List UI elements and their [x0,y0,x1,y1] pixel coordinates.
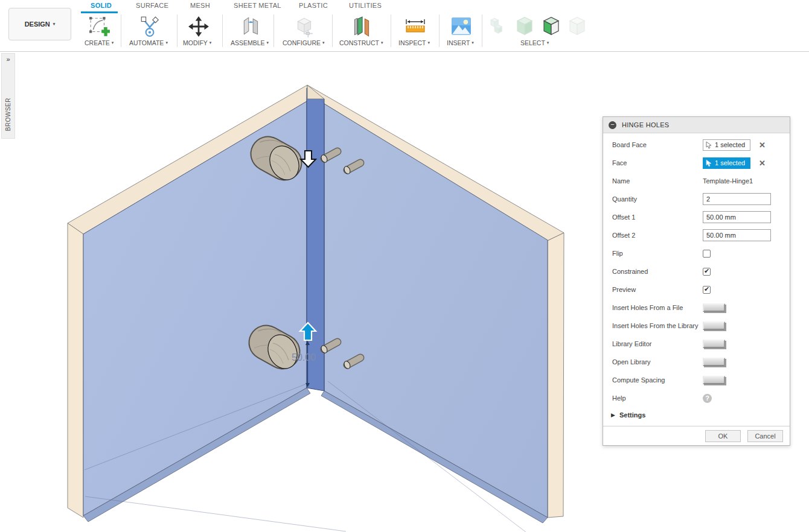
chevron-down-icon: ▾ [547,40,549,45]
design-workspace-button[interactable]: DESIGN ▾ [8,8,71,40]
constrained-checkbox[interactable] [703,268,711,276]
chevron-down-icon: ▾ [322,40,325,45]
chevron-down-icon: ▾ [112,40,114,45]
dialog-footer: OK Cancel [603,426,790,445]
flip-checkbox[interactable] [703,250,711,258]
name-row: Name Template-Hinge1 [603,172,790,190]
expand-browser-icon[interactable]: » [6,56,10,63]
chevron-down-icon: ▾ [267,40,269,45]
chevron-down-icon: ▾ [165,40,168,45]
tab-utilities[interactable]: UTILITIES [349,2,382,9]
tab-solid[interactable]: SOLID [91,2,112,9]
tab-plastic[interactable]: PLASTIC [299,2,328,9]
constrained-label: Constrained [612,268,703,275]
select-mode-faded-icon[interactable] [566,15,588,37]
face-label: Face [612,159,703,166]
toolbar-separator [273,14,274,47]
create-sketch-icon[interactable] [89,16,110,37]
collapse-dialog-icon[interactable]: − [609,121,616,129]
library-editor-row: Library Editor [603,335,790,353]
offset1-label: Offset 1 [612,214,703,221]
select-mode-active-icon[interactable] [540,15,562,37]
chevron-down-icon: ▾ [472,40,474,45]
preview-row: Preview [603,280,790,299]
board-face-row: Board Face 1 selected ✕ [603,136,790,154]
create-dropdown[interactable]: CREATE▾ [85,39,114,46]
dimension-value-label[interactable]: 50.00 [292,352,316,363]
construct-dropdown[interactable]: CONSTRUCT▾ [339,39,383,46]
pointer-icon [706,141,712,149]
configure-dropdown[interactable]: CONFIGURE▾ [283,39,325,46]
modify-move-icon[interactable] [188,16,209,37]
board-face-label: Board Face [612,141,703,148]
name-value: Template-Hinge1 [703,177,753,185]
face-selection-count: 1 selected [715,159,745,166]
offset1-input[interactable] [703,211,771,223]
clear-face-icon[interactable]: ✕ [759,159,766,168]
pointer-icon [706,159,712,167]
quantity-row: Quantity [603,190,790,208]
library-editor-button[interactable] [703,340,725,348]
insert-library-label: Insert Holes From the Library [612,322,703,329]
preview-checkbox[interactable] [703,286,711,294]
insert-dropdown[interactable]: INSERT▾ [447,39,474,46]
insert-holes-from-file-button[interactable] [703,303,725,312]
select-dropdown[interactable]: SELECT▾ [520,39,549,46]
offset2-label: Offset 2 [612,232,703,239]
offset2-row: Offset 2 [603,226,790,244]
assemble-dropdown[interactable]: ASSEMBLE▾ [231,39,269,46]
flip-row: Flip [603,244,790,262]
board-face-selection-button[interactable]: 1 selected [703,139,750,151]
inspect-measure-icon[interactable] [405,18,426,35]
insert-image-icon[interactable] [450,16,472,37]
active-tab-underline [81,11,118,13]
constrained-row: Constrained [603,262,790,280]
select-mode-cubes-icon[interactable] [487,15,508,37]
cancel-button[interactable]: Cancel [747,430,783,442]
help-icon[interactable]: ? [703,394,712,403]
chevron-down-icon: ▾ [428,40,430,45]
board-face-selection-count: 1 selected [715,141,745,148]
automate-dropdown[interactable]: AUTOMATE▾ [129,39,168,46]
configure-icon[interactable] [293,16,315,37]
modify-dropdown[interactable]: MODIFY▾ [183,39,211,46]
toolbar-separator [439,14,440,47]
tab-sheet-metal[interactable]: SHEET METAL [234,2,281,9]
toolbar-separator [332,14,333,47]
offset1-row: Offset 1 [603,208,790,226]
open-library-button[interactable] [703,358,725,366]
compute-spacing-button[interactable] [703,376,725,384]
construct-plane-icon[interactable] [350,15,373,38]
name-label: Name [612,177,703,185]
insert-file-row: Insert Holes From a File [603,299,790,317]
dialog-header[interactable]: − HINGE HOLES [603,117,790,133]
top-toolbar: SOLID SURFACE MESH SHEET METAL PLASTIC U… [0,0,809,52]
chevron-down-icon: ▾ [209,40,212,45]
tab-surface[interactable]: SURFACE [136,2,168,9]
offset2-input[interactable] [703,229,771,241]
right-board[interactable] [307,85,564,532]
toolbar-separator [222,14,223,47]
face-selection-button[interactable]: 1 selected [703,157,750,169]
chevron-down-icon: ▾ [381,40,383,45]
inspect-dropdown[interactable]: INSPECT▾ [398,39,430,46]
select-mode-body-icon[interactable] [514,15,536,37]
chevron-right-icon: ▶ [611,412,615,418]
browser-collapsed-panel[interactable]: » BROWSER [1,53,15,139]
help-row: Help ? [603,389,790,407]
face-row: Face 1 selected ✕ [603,154,790,172]
settings-expander[interactable]: ▶ Settings [603,407,790,423]
tab-mesh[interactable]: MESH [190,2,210,9]
compute-spacing-label: Compute Spacing [612,376,703,384]
automate-icon[interactable] [139,16,161,37]
clear-board-face-icon[interactable]: ✕ [759,141,766,150]
insert-holes-from-library-button[interactable] [703,321,725,330]
left-board[interactable] [68,85,346,531]
settings-label: Settings [619,411,645,419]
open-library-row: Open Library [603,353,790,371]
assemble-icon[interactable] [240,16,262,37]
quantity-input[interactable] [703,193,771,205]
preview-label: Preview [612,286,703,293]
insert-file-label: Insert Holes From a File [612,304,703,311]
ok-button[interactable]: OK [705,430,741,442]
